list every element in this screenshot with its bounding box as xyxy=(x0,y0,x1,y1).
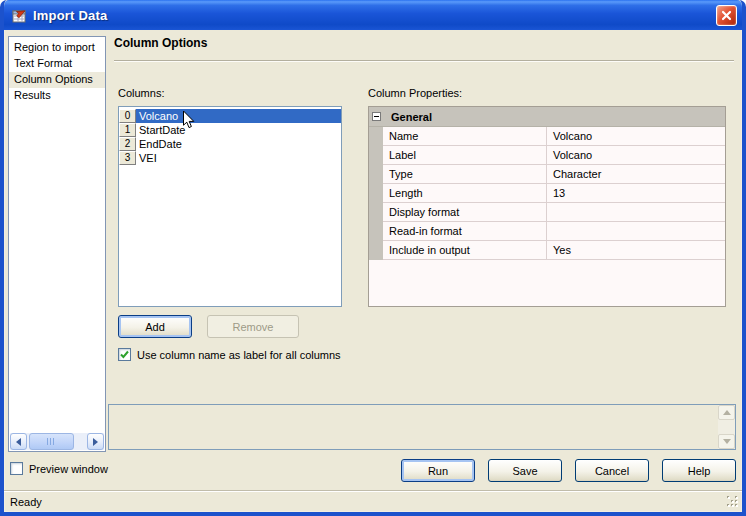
use-column-name-checkbox-row[interactable]: Use column name as label for all columns xyxy=(118,348,341,361)
grip-lines-icon xyxy=(47,438,56,445)
column-list-item[interactable]: 3 VEI xyxy=(119,151,341,165)
column-index-cell[interactable]: 0 xyxy=(119,109,136,123)
property-name[interactable]: Type xyxy=(383,165,547,184)
message-preview-box[interactable] xyxy=(108,404,736,450)
scrollbar-thumb[interactable] xyxy=(29,433,74,450)
resize-grip[interactable] xyxy=(727,496,740,509)
property-gutter xyxy=(369,184,383,203)
chevron-up-icon xyxy=(723,410,731,415)
property-name[interactable]: Length xyxy=(383,184,547,203)
message-box-vertical-scrollbar xyxy=(718,405,735,449)
heading-separator xyxy=(114,60,734,62)
property-row: Label Volcano xyxy=(369,146,725,165)
dialog-action-buttons: Run Save Cancel Help xyxy=(401,459,736,482)
chevron-left-icon xyxy=(16,438,21,446)
status-text: Ready xyxy=(10,496,42,508)
cancel-button[interactable]: Cancel xyxy=(575,459,649,482)
window-title: Import Data xyxy=(33,8,107,23)
column-properties-label: Column Properties: xyxy=(368,87,462,99)
column-index-cell[interactable]: 2 xyxy=(119,137,136,151)
import-data-dialog: Import Data Region to import Text Format… xyxy=(0,0,746,516)
property-value[interactable]: Volcano xyxy=(547,127,725,146)
column-name-cell[interactable]: Volcano xyxy=(136,109,341,123)
column-list-item[interactable]: 2 EndDate xyxy=(119,137,341,151)
sidebar-item-text-format[interactable]: Text Format xyxy=(9,56,105,72)
use-column-name-checkbox-label: Use column name as label for all columns xyxy=(137,349,341,361)
column-index-cell[interactable]: 1 xyxy=(119,123,136,137)
columns-listbox[interactable]: 0 Volcano 1 StartDate 2 EndDate 3 VEI xyxy=(118,106,342,307)
property-value[interactable]: 13 xyxy=(547,184,725,203)
property-row: Read-in format xyxy=(369,222,725,241)
column-name-cell[interactable]: EndDate xyxy=(136,137,341,151)
titlebar[interactable]: Import Data xyxy=(4,0,742,30)
scroll-down-button[interactable] xyxy=(718,434,735,449)
property-row: Include in output Yes xyxy=(369,241,725,260)
property-group-label: General xyxy=(391,111,432,123)
property-value[interactable]: Yes xyxy=(547,241,725,260)
remove-button[interactable]: Remove xyxy=(207,315,299,338)
chevron-right-icon xyxy=(93,438,98,446)
scroll-up-button[interactable] xyxy=(718,405,735,420)
run-button[interactable]: Run xyxy=(401,459,475,482)
sidebar-item-column-options[interactable]: Column Options xyxy=(9,72,105,88)
property-gutter xyxy=(369,241,383,260)
property-row: Display format xyxy=(369,203,725,222)
arrow-cursor xyxy=(182,110,196,132)
property-name[interactable]: Include in output xyxy=(383,241,547,260)
column-index-cell[interactable]: 3 xyxy=(119,151,136,165)
add-button[interactable]: Add xyxy=(118,315,192,338)
column-name-cell[interactable]: VEI xyxy=(136,151,341,165)
property-value[interactable]: Character xyxy=(547,165,725,184)
property-name[interactable]: Read-in format xyxy=(383,222,547,241)
sidebar-item-region-to-import[interactable]: Region to import xyxy=(9,40,105,56)
property-row: Name Volcano xyxy=(369,127,725,146)
property-gutter xyxy=(369,165,383,184)
property-row: Length 13 xyxy=(369,184,725,203)
minus-collapse-icon[interactable] xyxy=(372,112,381,121)
property-gutter xyxy=(369,222,383,241)
status-bar: Ready xyxy=(4,490,742,512)
property-value[interactable] xyxy=(547,203,725,222)
save-button[interactable]: Save xyxy=(488,459,562,482)
property-gutter xyxy=(369,127,383,146)
close-x-icon xyxy=(721,10,732,21)
property-row: Type Character xyxy=(369,165,725,184)
scroll-right-button[interactable] xyxy=(87,433,104,450)
preview-window-checkbox-label: Preview window xyxy=(29,463,108,475)
property-name[interactable]: Name xyxy=(383,127,547,146)
property-name[interactable]: Display format xyxy=(383,203,547,222)
property-name[interactable]: Label xyxy=(383,146,547,165)
wizard-step-list: Region to import Text Format Column Opti… xyxy=(8,36,106,452)
scroll-left-button[interactable] xyxy=(10,433,27,450)
columns-label: Columns: xyxy=(118,87,164,99)
property-gutter xyxy=(369,203,383,222)
property-value[interactable] xyxy=(547,222,725,241)
sidebar-item-results[interactable]: Results xyxy=(9,88,105,104)
chevron-down-icon xyxy=(723,439,731,444)
preview-window-checkbox-row[interactable]: Preview window xyxy=(10,462,108,475)
scrollbar-track[interactable] xyxy=(28,433,86,450)
property-value[interactable]: Volcano xyxy=(547,146,725,165)
import-data-app-icon xyxy=(11,7,27,23)
sidebar-horizontal-scrollbar xyxy=(10,433,104,450)
column-name-cell[interactable]: StartDate xyxy=(136,123,341,137)
checkbox-checked-icon[interactable] xyxy=(118,348,131,361)
page-title: Column Options xyxy=(114,36,207,50)
column-properties-grid: General Name Volcano Label Volcano Type … xyxy=(368,106,726,307)
column-list-item[interactable]: 1 StartDate xyxy=(119,123,341,137)
close-button[interactable] xyxy=(716,5,737,26)
property-group-header[interactable]: General xyxy=(369,107,725,127)
help-button[interactable]: Help xyxy=(662,459,736,482)
column-list-item[interactable]: 0 Volcano xyxy=(119,109,341,123)
checkbox-unchecked-icon[interactable] xyxy=(10,462,23,475)
property-gutter xyxy=(369,146,383,165)
